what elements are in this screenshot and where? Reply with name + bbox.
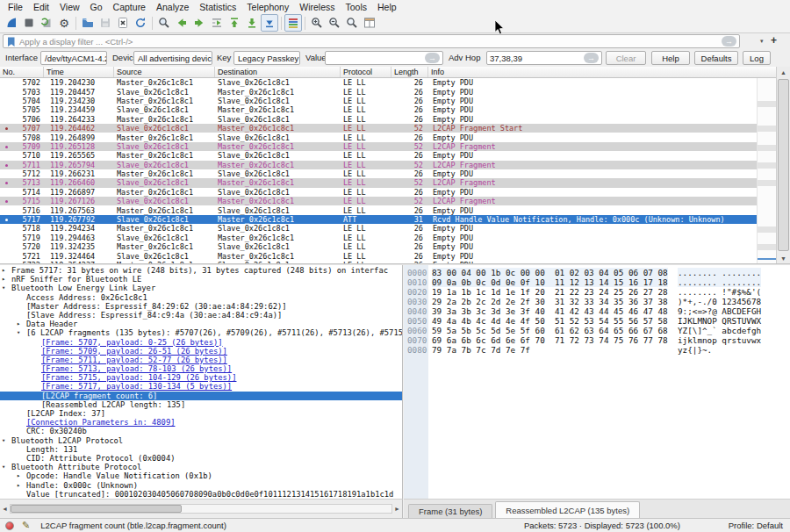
detail-line[interactable]: Length: 131 [0, 445, 402, 454]
detail-line[interactable]: [Master Address: Espressif_84:29:62 (30:… [0, 302, 402, 311]
hex-bytes[interactable]: 39 3a 3b 3c 3d 3e 3f 40 41 42 43 44 45 4… [432, 306, 668, 316]
hex-row-0080[interactable]: 008079 7a 7b 7c 7d 7e 7fyz{|}~. [404, 345, 790, 355]
go-forward-icon[interactable] [190, 14, 208, 32]
capture-options-icon[interactable]: ⚙ [55, 14, 73, 32]
detail-line[interactable]: [Connection Parameters in: 4809] [0, 418, 402, 427]
detail-line[interactable]: [Frame: 5709, payload: 26-51 (26 bytes)] [0, 347, 402, 356]
packet-row-5704[interactable]: 5704119.234230Master_0x26c1c8c1Slave_0x2… [0, 97, 757, 105]
detail-line[interactable]: Value [truncated]: 000102030405060708090… [0, 490, 402, 499]
hex-ascii[interactable]: YZ[\]^_` abcdefgh [678, 326, 761, 335]
chevron-right-icon[interactable]: ▸ [2, 275, 5, 284]
capture-comment-icon[interactable]: ✎ [22, 521, 30, 530]
go-to-packet-icon[interactable] [208, 14, 226, 32]
hex-row-0010[interactable]: 001009 0a 0b 0c 0d 0e 0f 10 11 12 13 14 … [404, 277, 790, 287]
scrollbar-thumb[interactable] [778, 79, 789, 251]
tab-reassembled[interactable]: Reassembled L2CAP (135 bytes) [495, 501, 640, 518]
packet-list-scrollbar[interactable]: ▲ ▼ [776, 67, 790, 263]
hex-bytes[interactable]: 79 7a 7b 7c 7d 7e 7f [432, 345, 530, 355]
hex-ascii[interactable]: ........ ........ [678, 268, 761, 277]
column-header-source[interactable]: Source [114, 67, 215, 77]
packet-row-5707[interactable]: 5707119.264462Slave_0x26c1c8c1Master_0x2… [0, 124, 757, 133]
device-select[interactable]: All advertising devices▾ [133, 51, 212, 65]
packet-row-5717[interactable]: 5717119.267792Slave_0x26c1c8c1Master_0x2… [0, 215, 757, 224]
hex-row-0020[interactable]: 002019 1a 1b 1c 1d 1e 1f 20 21 22 23 24 … [404, 287, 790, 297]
scrollbar-thumb[interactable] [11, 505, 182, 513]
packet-row-5721[interactable]: 5721119.324464Slave_0x26c1c8c1Master_0x2… [0, 251, 757, 260]
detail-line[interactable]: [Slave Address: Espressif_84:c9:4a (30:a… [0, 311, 402, 320]
packet-row-5711[interactable]: 5711119.265794Slave_0x26c1c8c1Master_0x2… [0, 161, 757, 169]
chevron-right-icon[interactable]: ▸ [17, 471, 20, 480]
packet-row-5715[interactable]: 5715119.267126Slave_0x26c1c8c1Master_0x2… [0, 197, 757, 205]
packet-row-5718[interactable]: 5718119.294234Master_0x26c1c8c1Slave_0x2… [0, 224, 757, 233]
hex-row-0040[interactable]: 004039 3a 3b 3c 3d 3e 3f 40 41 42 43 44 … [404, 306, 790, 316]
hex-ascii[interactable]: ijklmnop qrstuvwx [678, 335, 761, 345]
packet-row-5705[interactable]: 5705119.234459Slave_0x26c1c8c1Master_0x2… [0, 105, 757, 114]
detail-line[interactable]: ▾Bluetooth Low Energy Link Layer [0, 284, 402, 292]
menu-analyze[interactable]: Analyze [151, 2, 194, 12]
filter-add-button[interactable]: + [771, 34, 777, 47]
zoom-in-icon[interactable] [308, 14, 326, 32]
auto-scroll-icon[interactable] [261, 14, 278, 32]
menu-edit[interactable]: Edit [28, 2, 54, 12]
detail-line[interactable]: Access Address: 0x26c1c8c1 [0, 293, 402, 302]
column-header-length[interactable]: Length [391, 67, 428, 77]
chevron-down-icon[interactable]: ▾ [2, 463, 5, 471]
interface-select[interactable]: /dev/ttyACM1-4.2▾ [40, 51, 107, 65]
detail-line[interactable]: [Frame: 5717, payload: 130-134 (5 bytes)… [0, 382, 402, 391]
hex-bytes[interactable]: 69 6a 6b 6c 6d 6e 6f 70 71 72 73 74 75 7… [432, 335, 668, 345]
detail-line[interactable]: CID: Attribute Protocol (0x0004) [0, 454, 402, 463]
chevron-down-icon[interactable]: ▾ [2, 436, 5, 445]
filter-dropdown-icon[interactable]: ▾ [760, 38, 764, 45]
chevron-right-icon[interactable]: ▸ [17, 481, 20, 490]
packet-row-5712[interactable]: 5712119.266231Master_0x26c1c8c1Slave_0x2… [0, 169, 757, 178]
packet-row-5710[interactable]: 5710119.265565Master_0x26c1c8c1Slave_0x2… [0, 151, 757, 160]
open-file-icon[interactable] [79, 14, 97, 32]
column-header-protocol[interactable]: Protocol [341, 67, 391, 77]
column-header-time[interactable]: Time [44, 67, 114, 77]
hex-ascii[interactable]: IJKLMNOP QRSTUVWX [678, 316, 761, 326]
hex-ascii[interactable]: ........ ........ [678, 277, 761, 287]
menu-help[interactable]: Help [372, 2, 402, 12]
menu-statistics[interactable]: Statistics [194, 2, 241, 12]
restart-capture-icon[interactable] [38, 14, 55, 32]
colorize-packets-icon[interactable] [284, 14, 302, 32]
log-button[interactable]: Log [743, 51, 771, 65]
zoom-out-icon[interactable] [326, 14, 343, 32]
hex-row-0060[interactable]: 006059 5a 5b 5c 5d 5e 5f 60 61 62 63 64 … [404, 326, 790, 335]
chevron-right-icon[interactable]: ▸ [17, 320, 20, 328]
detail-line[interactable]: ▸Data Header [0, 320, 402, 328]
resize-columns-icon[interactable] [361, 14, 378, 32]
detail-line[interactable]: [Frame: 5715, payload: 104-129 (26 bytes… [0, 373, 402, 382]
go-first-packet-icon[interactable] [226, 14, 243, 32]
reload-file-icon[interactable] [132, 14, 149, 32]
hex-ascii[interactable]: ........ !"#$%&'( [678, 287, 761, 297]
packet-row-5709[interactable]: 5709119.265128Slave_0x26c1c8c1Master_0x2… [0, 142, 757, 151]
stop-capture-icon[interactable] [20, 14, 38, 32]
menu-tools[interactable]: Tools [340, 2, 372, 12]
packet-row-5708[interactable]: 5708119.264899Master_0x26c1c8c1Slave_0x2… [0, 133, 757, 141]
scroll-down-icon[interactable]: ▼ [777, 253, 790, 263]
advhop-input[interactable]: 37,38,39 → [486, 51, 602, 65]
help-button[interactable]: Help [651, 51, 690, 65]
scroll-left-icon[interactable]: ◄ [0, 504, 10, 514]
packet-row-5720[interactable]: 5720119.324235Master_0x26c1c8c1Slave_0x2… [0, 242, 757, 251]
hex-row-0070[interactable]: 007069 6a 6b 6c 6d 6e 6f 70 71 72 73 74 … [404, 335, 790, 345]
packet-row-5719[interactable]: 5719119.294463Slave_0x26c1c8c1Master_0x2… [0, 234, 757, 242]
packet-list-header[interactable]: No.TimeSourceDestinationProtocolLengthIn… [0, 67, 776, 78]
zoom-original-icon[interactable] [343, 14, 361, 32]
filter-bookmark-icon[interactable] [4, 36, 19, 47]
advhop-apply-icon[interactable]: → [584, 53, 599, 63]
detail-line[interactable]: CRC: 0x30240b [0, 427, 402, 435]
detail-line[interactable]: [L2CAP fragment count: 6] [0, 392, 402, 400]
menu-capture[interactable]: Capture [108, 2, 151, 12]
hex-bytes[interactable]: 49 4a 4b 4c 4d 4e 4f 50 51 52 53 54 55 5… [432, 316, 668, 326]
filter-apply-icon[interactable]: → [722, 36, 736, 47]
scroll-up-icon[interactable]: ▲ [777, 67, 790, 77]
detail-line[interactable]: ▸nRF Sniffer for Bluetooth LE [0, 275, 402, 284]
hex-row-0000[interactable]: 000083 00 04 00 1b 0c 00 00 01 02 03 04 … [404, 268, 790, 277]
packet-row-5713[interactable]: 5713119.266460Slave_0x26c1c8c1Master_0x2… [0, 178, 757, 187]
clear-button[interactable]: Clear [606, 51, 646, 65]
detail-line[interactable]: ▾[6 L2CAP fragments (135 bytes): #5707(2… [0, 328, 402, 337]
packet-row-5702[interactable]: 5702119.204230Master_0x26c1c8c1Slave_0x2… [0, 78, 757, 87]
hex-bytes[interactable]: 59 5a 5b 5c 5d 5e 5f 60 61 62 63 64 65 6… [432, 326, 668, 335]
